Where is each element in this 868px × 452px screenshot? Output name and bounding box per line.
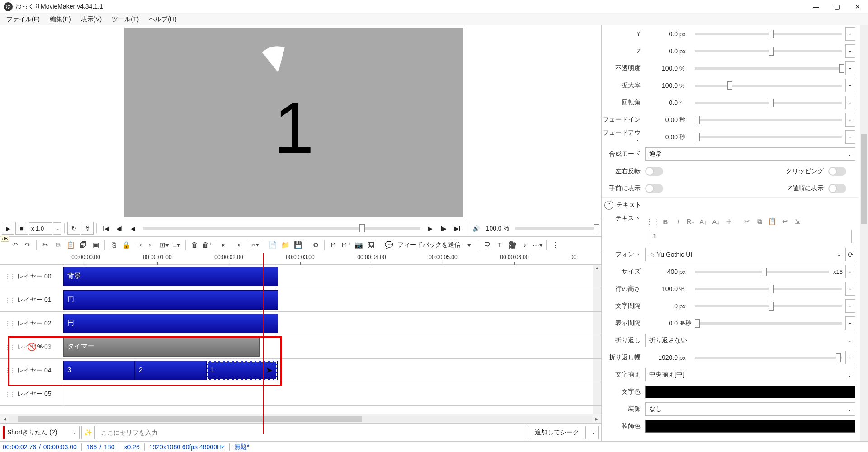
stop-button[interactable]: ■: [15, 222, 28, 235]
layer-row[interactable]: ⋮⋮レイヤー 03🚫👁タイマー: [0, 335, 601, 359]
speed-input[interactable]: x 1.0: [29, 222, 52, 235]
prop-fadein-minus[interactable]: -: [845, 113, 855, 127]
strike-button[interactable]: T̶: [723, 216, 735, 227]
prop-opacity-slider[interactable]: [695, 67, 842, 70]
copy-button[interactable]: ⧉: [52, 239, 64, 251]
minimize-button[interactable]: —: [806, 0, 826, 14]
prop-deco-combo[interactable]: なし⌄: [645, 402, 855, 416]
magnet-r-button[interactable]: ⤚: [146, 239, 157, 251]
volume-icon[interactable]: 🔊: [470, 222, 482, 235]
prop-zorder-toggle[interactable]: [828, 184, 846, 193]
out-button[interactable]: ⇥: [231, 239, 243, 251]
sizeup-button[interactable]: A↑: [698, 216, 709, 227]
add-comment-button[interactable]: 🗨: [481, 239, 493, 251]
snap-button[interactable]: ⎘: [108, 239, 119, 251]
prop-wrapw-minus[interactable]: -: [845, 351, 855, 364]
prop-clip-toggle[interactable]: [828, 167, 846, 176]
lock-button[interactable]: 🔒: [120, 239, 132, 251]
prop-blend-combo[interactable]: 通常⌄: [645, 147, 855, 161]
in-button[interactable]: ⇤: [219, 239, 231, 251]
prop-front-toggle[interactable]: [645, 184, 663, 193]
tpaste-button[interactable]: 📋: [766, 216, 778, 227]
feedback-button[interactable]: フィードバックを送信: [396, 241, 462, 249]
curve-button[interactable]: ↯: [81, 222, 94, 235]
loop-button[interactable]: ↻: [67, 222, 80, 235]
redo-button[interactable]: ↷: [22, 239, 33, 251]
playhead[interactable]: [263, 253, 264, 434]
character-select[interactable]: Shortきりたん (2)⌄: [3, 426, 80, 439]
prop-align-combo[interactable]: 中央揃え[中]⌄: [645, 368, 855, 381]
prop-fadeout-slider[interactable]: [695, 136, 842, 138]
prop-wrap-combo[interactable]: 折り返さない⌄: [645, 334, 855, 347]
italic-button[interactable]: I: [672, 216, 684, 227]
props-scrollbar[interactable]: [860, 25, 868, 441]
prop-size-minus[interactable]: -: [845, 265, 855, 278]
prop-opacity-value[interactable]: 100.0: [645, 65, 679, 72]
go-start-button[interactable]: I◀: [99, 222, 112, 235]
prop-fadeout-minus[interactable]: -: [845, 130, 855, 144]
wand-button[interactable]: ✨: [81, 426, 95, 439]
paste2-button[interactable]: 🗐: [77, 239, 89, 251]
save-button[interactable]: 💾: [292, 239, 304, 251]
grip-icon[interactable]: ⋮⋮: [647, 216, 659, 227]
add-text-button[interactable]: T: [494, 239, 505, 251]
prop-disp-minus[interactable]: -: [845, 316, 855, 330]
clip[interactable]: 2: [135, 361, 206, 380]
layer-header[interactable]: ⋮⋮レイヤー 03🚫👁: [0, 335, 63, 358]
prop-font-combo[interactable]: ☆ Yu Gothic UI⌄: [645, 248, 844, 261]
layer-body[interactable]: 321: [63, 359, 601, 382]
clip-b-button[interactable]: 🗎⁺: [340, 239, 352, 251]
layer-header[interactable]: ⋮⋮レイヤー 02: [0, 312, 63, 335]
add-seek-button[interactable]: 追加してシーク: [528, 426, 586, 439]
clip-a-button[interactable]: 🗎: [327, 239, 339, 251]
crop-button[interactable]: ⧈▾: [249, 239, 261, 251]
prop-lineh-value[interactable]: 100.0: [645, 285, 679, 292]
layer-header[interactable]: ⋮⋮レイヤー 00: [0, 265, 63, 288]
clip[interactable]: 円: [63, 290, 278, 310]
volume-slider[interactable]: [515, 227, 597, 230]
prop-decoc-swatch[interactable]: [645, 420, 855, 433]
bold-button[interactable]: B: [660, 216, 671, 227]
more-dd[interactable]: ⋯▾: [532, 239, 543, 251]
prop-lineh-slider[interactable]: [695, 288, 842, 290]
step-back-button[interactable]: ◀I: [113, 222, 126, 235]
maximize-button[interactable]: ▢: [826, 0, 847, 14]
prop-disp-value[interactable]: 0.0: [645, 320, 679, 327]
tcopy-button[interactable]: ⧉: [754, 216, 765, 227]
prop-color-swatch[interactable]: [645, 386, 855, 398]
layer-body[interactable]: [63, 382, 601, 405]
hidden-icon[interactable]: 🚫👁: [27, 342, 44, 352]
prop-disp-slider[interactable]: [695, 322, 842, 325]
feedback-icon[interactable]: 💬: [383, 239, 395, 251]
seek-slider[interactable]: [143, 227, 420, 230]
add-seek-dropdown[interactable]: ⌄: [588, 426, 599, 439]
prop-rot-value[interactable]: 0.0: [645, 99, 679, 106]
prop-scale-value[interactable]: 100.0: [645, 82, 679, 89]
cols-button[interactable]: ≡▾: [171, 239, 183, 251]
addfolder-button[interactable]: 📁: [279, 239, 291, 251]
prop-fadein-slider[interactable]: [695, 119, 842, 121]
twrap-button[interactable]: ↩: [779, 216, 791, 227]
clip[interactable]: 3: [63, 361, 135, 380]
cut-button[interactable]: ✂: [39, 239, 51, 251]
layer-row[interactable]: ⋮⋮レイヤー 04321: [0, 359, 601, 382]
group-button[interactable]: ▣: [90, 239, 102, 251]
camera-button[interactable]: 📷: [353, 239, 364, 251]
speed-dropdown[interactable]: ⌄: [53, 222, 61, 235]
delete-button[interactable]: 🗑: [189, 239, 200, 251]
paste-button[interactable]: 📋: [65, 239, 76, 251]
timeline-hscroll[interactable]: ◂▸: [0, 414, 601, 423]
prop-y-value[interactable]: 0.0: [645, 30, 679, 38]
frame-fwd-button[interactable]: ▶: [424, 222, 437, 235]
prop-kern-slider[interactable]: [695, 305, 842, 307]
layer-row[interactable]: ⋮⋮レイヤー 01円: [0, 288, 601, 312]
text-section-header[interactable]: ⌃テキスト: [602, 197, 859, 212]
menu-help[interactable]: ヘルプ(H): [144, 14, 181, 25]
layer-header[interactable]: ⋮⋮レイヤー 04: [0, 359, 63, 382]
clip[interactable]: 背景: [63, 267, 278, 286]
addfile-button[interactable]: 📄: [267, 239, 278, 251]
layer-row[interactable]: ⋮⋮レイヤー 00背景: [0, 265, 601, 288]
prop-wrapw-slider[interactable]: [695, 357, 842, 359]
prop-lineh-minus[interactable]: -: [845, 282, 855, 296]
menu-file[interactable]: ファイル(F): [2, 14, 44, 25]
